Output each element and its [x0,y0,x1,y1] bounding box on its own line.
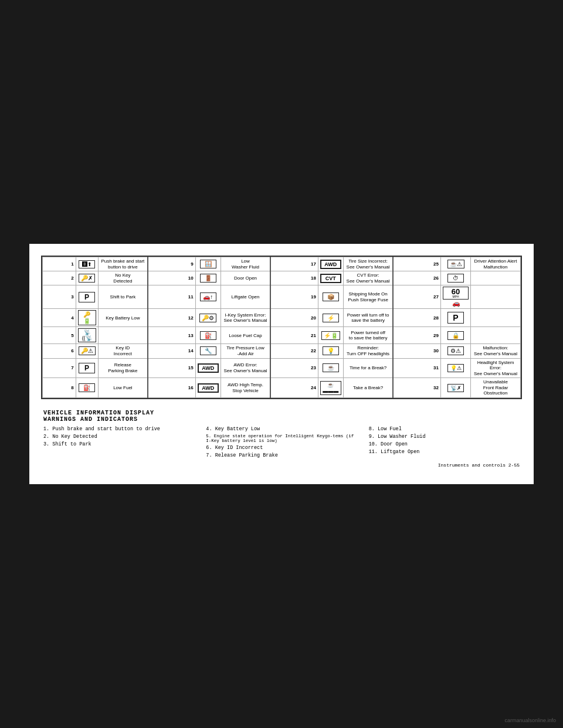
item-label: No KeyDetected [98,271,148,285]
park-icon: P [79,292,95,302]
item-number: 32 [393,378,440,398]
list-item: 7. Release Parking Brake [206,453,357,458]
awd-error-icon: AWD [198,363,219,373]
list-item: 1. Push brake and start button to drive [43,426,194,432]
page-number: Instruments and controls 2-55 [43,462,520,468]
item-icon: ⛽ [195,327,221,344]
item-number: 17 [270,257,318,271]
item-label: Tire Size Incorrect:See Owner's Manual [343,257,393,271]
item-number: 9 [148,257,195,271]
item-icon: ☕▬▬▬ [318,378,343,398]
parking-brake-icon: P [79,363,95,373]
item-icon: 🔑⚠ [76,344,98,358]
section-title: VEHICLE INFORMATION DISPLAY WARNINGS AND… [43,410,520,423]
item-icon: 🔑✗ [76,271,98,285]
item-icon: 🪟 [195,257,221,271]
item-label: Power will turn off tosave the battery [343,309,393,327]
shipping-icon: 📦 [323,292,339,301]
item-label: AWD Error:See Owner's Manual [221,358,270,378]
item-label: AWD High Temp.Stop Vehicle [221,378,270,398]
door-open-icon: 🚪 [200,274,216,283]
warnings-grid: 1 🅱⬆ Push brake and startbutton to drive… [42,257,521,398]
item-label: Power turned offto save the battery [343,327,393,344]
key-signal-icon: 📡((📡 [78,328,96,342]
item-label: Shipping Mode OnPush Storage Fuse [343,285,393,309]
item-number: 22 [270,344,318,358]
item-number: 1 [43,257,76,271]
item-icon: 📡((📡 [76,327,98,344]
table-row: 5 📡((📡 13 ⛽ Loose Fuel Cap 21 ⚡🔋 Power t… [43,327,521,344]
item-label: Push brake and startbutton to drive [98,257,148,271]
speedometer-icon: ⏱ [447,274,464,283]
item-label: Low Fuel [98,378,148,398]
list-item: 8. Low Fuel [369,426,520,432]
item-icon: AWD [318,257,343,271]
item-label: Shift to Park [98,285,148,309]
item-label: Loose Fuel Cap [221,327,270,344]
item-icon: P [76,358,98,378]
table-row: 7 P ReleaseParking Brake 15 AWD AWD Erro… [43,358,521,378]
item-label: UnavailableFront Radar Obstruction [471,378,521,398]
item-label: Take a Break? [343,378,393,398]
item-icon: 🔒 [441,327,471,344]
list-item: 4. Key Battery Low [206,426,357,432]
item-number: 15 [148,358,195,378]
break-reminder-icon: ☕ [323,363,339,372]
tire-pressure-icon: 🔧 [200,346,216,355]
item-label: Key Battery Low [98,309,148,327]
car-icon: 🚗 [452,300,460,307]
table-row: 4 🔑🔋 Key Battery Low 12 🔑⚙ I-Key System … [43,309,521,327]
list-item: 3. Shift to Park [43,441,194,447]
item-icon: 🔑⚙ [195,309,221,327]
item-number: 25 [393,257,440,271]
list-item: 10. Door Open [369,441,520,447]
table-row: 6 🔑⚠ Key IDIncorrect 14 🔧 Tire Pressure … [43,344,521,358]
power-off-icon: ⚡🔋 [321,331,340,340]
item-label [471,285,521,309]
list-item: 6. Key ID Incorrect [206,445,357,451]
page-content: 1 🅱⬆ Push brake and startbutton to drive… [29,244,534,484]
item-label: I-Key System Error:See Owner's Manual [221,309,270,327]
item-number: 21 [270,327,318,344]
table-row: 3 P Shift to Park 11 🚗↑ Liftgate Open 19… [43,285,521,309]
item-label: Key IDIncorrect [98,344,148,358]
item-number: 30 [393,344,440,358]
item-icon: 🚪 [195,271,221,285]
item-number: 23 [270,358,318,378]
park-large-icon: P [447,312,464,324]
item-icon: 🔧 [195,344,221,358]
ikey-error-icon: 🔑⚙ [199,314,216,322]
item-label: ReleaseParking Brake [98,358,148,378]
item-icon: AWD [195,378,221,398]
item-label: CVT Error:See Owner's Manual [343,271,393,285]
item-label: Malfunction:See Owner's Manual [471,344,521,358]
item-icon: 60 MPH 🚗 [441,285,471,309]
item-number: 11 [148,285,195,309]
table-row: 1 🅱⬆ Push brake and startbutton to drive… [43,257,521,271]
item-label: Time for a Break? [343,358,393,378]
key-id-icon: 🔑⚠ [79,346,96,355]
bottom-col-2: 4. Key Battery Low 5. Engine state opera… [206,426,357,460]
item-icon: ⛽ [76,378,98,398]
item-icon: P [441,309,471,327]
item-icon: ⏱ [441,271,471,285]
lock-icon: 🔒 [447,331,464,340]
item-label: Reminder:Turn OFF headlights [343,344,393,358]
item-number: 12 [148,309,195,327]
list-item: 11. Liftgate Open [369,449,520,455]
item-label: Liftgate Open [221,285,270,309]
item-number: 20 [270,309,318,327]
item-label [471,327,521,344]
item-number: 4 [43,309,76,327]
item-icon: P [76,285,98,309]
item-icon: ⚡🔋 [318,327,343,344]
item-icon: 📦 [318,285,343,309]
item-number: 28 [393,309,440,327]
item-label: Tire Pressure Low-Add Air [221,344,270,358]
brake-start-icon: 🅱⬆ [79,260,95,268]
item-label: Driver Attention AlertMalfunction [471,257,521,271]
washer-icon: 🪟 [200,260,216,268]
no-key-icon: 🔑✗ [79,274,95,283]
item-number: 31 [393,358,440,378]
list-item: 2. No Key Detected [43,434,194,440]
